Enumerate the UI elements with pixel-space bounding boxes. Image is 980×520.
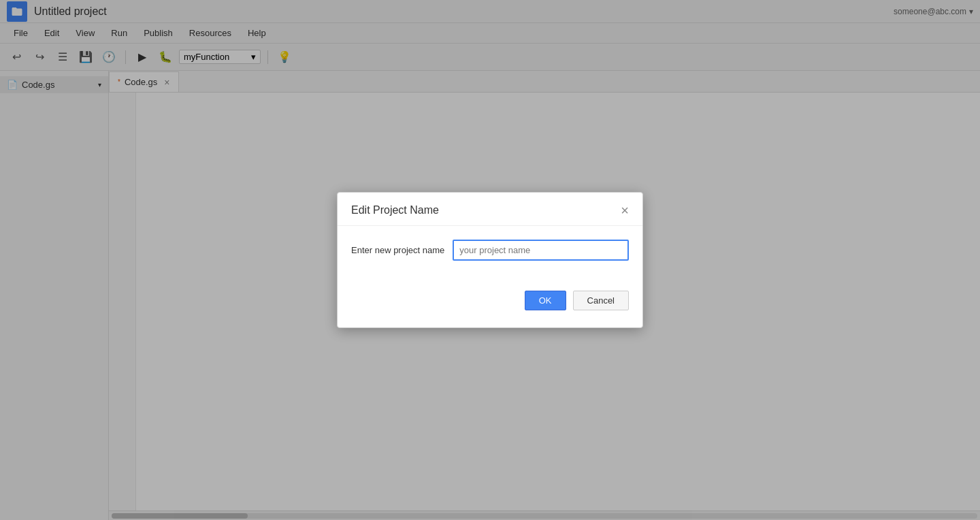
form-label: Enter new project name bbox=[351, 245, 444, 255]
modal-body: Enter new project name bbox=[338, 226, 642, 291]
form-row: Enter new project name bbox=[351, 240, 629, 261]
modal-footer: OK Cancel bbox=[338, 291, 642, 324]
modal-dialog: Edit Project Name × Enter new project na… bbox=[337, 192, 643, 328]
modal-title: Edit Project Name bbox=[351, 204, 439, 216]
modal-overlay[interactable]: Edit Project Name × Enter new project na… bbox=[0, 0, 980, 520]
ok-button[interactable]: OK bbox=[525, 291, 566, 310]
project-name-input[interactable] bbox=[453, 240, 629, 261]
modal-header: Edit Project Name × bbox=[338, 193, 642, 226]
cancel-button[interactable]: Cancel bbox=[573, 291, 629, 310]
modal-close-button[interactable]: × bbox=[621, 204, 629, 217]
